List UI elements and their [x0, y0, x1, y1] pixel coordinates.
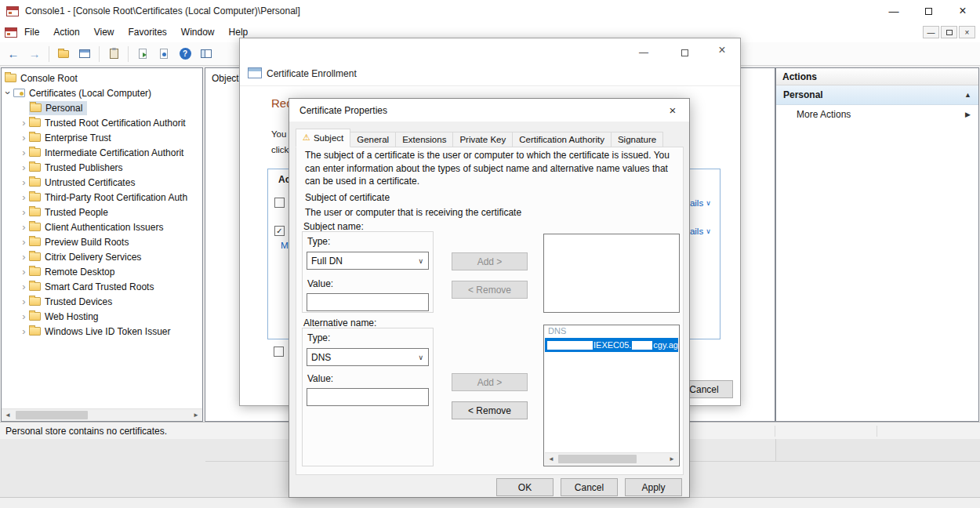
subject-value-input[interactable]: [307, 293, 429, 311]
subject-remove-button[interactable]: < Remove: [452, 281, 528, 299]
tree-item-remote-desktop[interactable]: ›Remote Desktop: [2, 264, 202, 279]
tree-item-trusted-root-cas[interactable]: ›Trusted Root Certification Authorit: [2, 115, 202, 130]
scroll-left-icon[interactable]: ◄: [2, 409, 14, 421]
chevron-collapsed-icon[interactable]: ›: [19, 147, 29, 158]
enrollment-close-button[interactable]: ×: [710, 42, 734, 58]
tree-item-enterprise-trust[interactable]: ›Enterprise Trust: [2, 130, 202, 145]
tree-item-intermediate-cas[interactable]: ›Intermediate Certification Authorit: [2, 145, 202, 160]
enrollment-maximize-button[interactable]: [673, 45, 696, 60]
menu-file[interactable]: File: [17, 24, 46, 41]
more-actions-item[interactable]: More Actions ▶: [776, 105, 978, 124]
scroll-right-icon[interactable]: ►: [666, 453, 678, 465]
tree-item-trusted-devices[interactable]: ›Trusted Devices: [2, 294, 202, 309]
template-checkbox-unchecked[interactable]: [274, 198, 285, 208]
chevron-expanded-icon[interactable]: ›: [3, 88, 13, 98]
up-one-level-icon[interactable]: [54, 45, 73, 64]
scrollbar-thumb[interactable]: [16, 411, 88, 419]
enrollment-minimize-button[interactable]: —: [632, 45, 655, 60]
tree-item-citrix-delivery-services[interactable]: ›Citrix Delivery Services: [2, 249, 202, 264]
chevron-collapsed-icon[interactable]: ›: [19, 118, 29, 128]
back-icon[interactable]: ←: [4, 45, 23, 64]
chevron-collapsed-icon[interactable]: ›: [19, 267, 29, 277]
subject-name-list[interactable]: [543, 234, 680, 313]
child-close-button[interactable]: ×: [959, 26, 975, 38]
alt-list-selected-item[interactable]: IEXEC05. cgy.ag: [545, 338, 678, 352]
scroll-left-icon[interactable]: ◄: [545, 453, 557, 465]
tab-subject[interactable]: ⚠ Subject: [296, 129, 350, 147]
ok-button[interactable]: OK: [496, 478, 554, 496]
actions-group-personal[interactable]: Personal ▲: [776, 85, 978, 105]
chevron-collapsed-icon[interactable]: ›: [19, 296, 29, 307]
check-icon: ✓: [276, 227, 282, 235]
warning-icon: ⚠: [303, 132, 310, 143]
tree-item-web-hosting[interactable]: ›Web Hosting: [2, 309, 202, 324]
alt-remove-button[interactable]: < Remove: [452, 401, 528, 419]
scrollbar-thumb[interactable]: [558, 455, 637, 463]
chevron-collapsed-icon[interactable]: ›: [19, 162, 29, 172]
tree-item-label: Third-Party Root Certification Auth: [45, 192, 187, 203]
tree-item-personal[interactable]: Personal: [2, 100, 202, 115]
chevron-collapsed-icon[interactable]: ›: [19, 222, 29, 232]
maximize-button[interactable]: [911, 0, 946, 22]
tree-item-client-auth-issuers[interactable]: ›Client Authentication Issuers: [2, 220, 202, 234]
scroll-right-icon[interactable]: ►: [190, 409, 202, 421]
tab-private-key[interactable]: Private Key: [452, 132, 513, 147]
redacted-text: [547, 341, 593, 350]
chevron-collapsed-icon[interactable]: ›: [19, 326, 29, 336]
alt-list-group-header: DNS: [548, 326, 566, 336]
dialog-close-button[interactable]: ×: [662, 102, 683, 118]
tree-item-certificates-local-computer[interactable]: › Certificates (Local Computer): [2, 85, 202, 100]
child-restore-button[interactable]: [941, 26, 957, 38]
tree-item-smart-card-trusted-roots[interactable]: ›Smart Card Trusted Roots: [2, 279, 202, 294]
alt-value-input[interactable]: [307, 388, 429, 406]
close-button[interactable]: ×: [946, 0, 980, 22]
alternative-name-list[interactable]: DNS IEXEC05. cgy.ag ◄ ►: [543, 325, 680, 466]
tree-item-console-root[interactable]: Console Root: [2, 71, 202, 85]
tab-certification-authority[interactable]: Certification Authority: [512, 132, 612, 147]
collapse-icon[interactable]: ▲: [964, 91, 971, 99]
chevron-collapsed-icon[interactable]: ›: [19, 207, 29, 217]
template-checkbox-checked[interactable]: ✓: [274, 226, 285, 236]
menu-view[interactable]: View: [87, 24, 122, 41]
tree-item-trusted-publishers[interactable]: ›Trusted Publishers: [2, 160, 202, 175]
chevron-collapsed-icon[interactable]: ›: [19, 177, 29, 187]
console-window-icon[interactable]: [197, 45, 216, 64]
menu-favorites[interactable]: Favorites: [122, 24, 174, 41]
menu-action[interactable]: Action: [46, 24, 86, 41]
apply-button[interactable]: Apply: [625, 478, 682, 496]
chevron-collapsed-icon[interactable]: ›: [19, 281, 29, 292]
tree-horizontal-scrollbar[interactable]: ◄ ►: [2, 408, 202, 421]
chevron-collapsed-icon[interactable]: ›: [19, 132, 29, 143]
show-all-templates-checkbox[interactable]: [274, 347, 284, 357]
tree-item-third-party-root-cas[interactable]: ›Third-Party Root Certification Auth: [2, 190, 202, 205]
tree-item-untrusted-certificates[interactable]: ›Untrusted Certificates: [2, 175, 202, 190]
forward-icon[interactable]: →: [25, 45, 44, 64]
copy-icon[interactable]: [104, 45, 123, 64]
properties-icon[interactable]: [154, 45, 173, 64]
alt-add-button[interactable]: Add >: [452, 373, 528, 391]
show-console-tree-icon[interactable]: [75, 45, 94, 64]
alt-list-horizontal-scrollbar[interactable]: ◄ ►: [545, 452, 678, 465]
child-minimize-button[interactable]: —: [923, 26, 939, 38]
help-icon[interactable]: ?: [176, 45, 194, 64]
folder-icon: [29, 163, 41, 172]
alt-type-dropdown[interactable]: DNS ∨: [307, 348, 429, 366]
tab-general[interactable]: General: [350, 132, 396, 147]
subject-name-group: Type: Full DN ∨ Value:: [302, 231, 434, 313]
minimize-button[interactable]: —: [877, 0, 911, 22]
menu-window[interactable]: Window: [174, 24, 222, 41]
tree-item-trusted-people[interactable]: ›Trusted People: [2, 205, 202, 220]
tab-signature[interactable]: Signature: [611, 132, 663, 147]
subject-add-button[interactable]: Add >: [452, 252, 528, 270]
chevron-collapsed-icon[interactable]: ›: [19, 252, 29, 262]
subject-type-dropdown[interactable]: Full DN ∨: [307, 252, 429, 270]
cancel-button[interactable]: Cancel: [561, 478, 618, 496]
chevron-collapsed-icon[interactable]: ›: [19, 237, 29, 247]
tree-item-preview-build-roots[interactable]: ›Preview Build Roots: [2, 234, 202, 249]
more-actions-label: More Actions: [797, 109, 851, 120]
tab-extensions[interactable]: Extensions: [395, 132, 453, 147]
chevron-collapsed-icon[interactable]: ›: [19, 192, 29, 202]
export-list-icon[interactable]: [133, 45, 152, 64]
tree-item-windows-live-id-token-issuer[interactable]: ›Windows Live ID Token Issuer: [2, 324, 202, 339]
chevron-collapsed-icon[interactable]: ›: [19, 311, 29, 321]
